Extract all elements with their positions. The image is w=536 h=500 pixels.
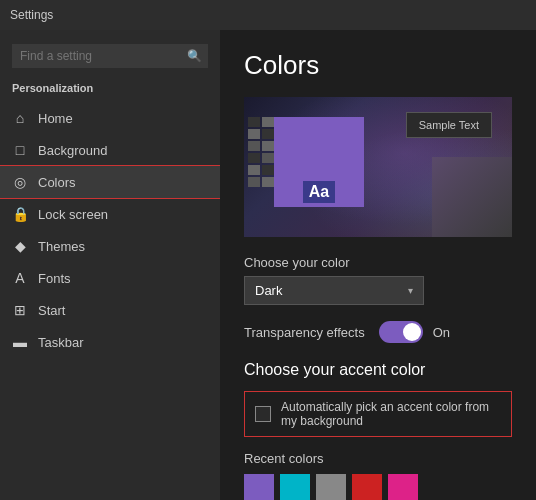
title-bar: Settings: [0, 0, 536, 30]
choose-color-section: Choose your color Dark ▾: [244, 255, 512, 305]
swatch-purple[interactable]: [244, 474, 274, 500]
taskbar-icon: ▬: [12, 334, 28, 350]
mini-cell: [248, 141, 260, 151]
transparency-toggle[interactable]: [379, 321, 423, 343]
sample-text-box: Sample Text: [406, 112, 492, 138]
sidebar-item-lockscreen-label: Lock screen: [38, 207, 108, 222]
background-icon: □: [12, 142, 28, 158]
fonts-icon: A: [12, 270, 28, 286]
color-dropdown-value: Dark: [255, 283, 282, 298]
theme-preview-area: Aa Sample Text: [244, 97, 512, 237]
auto-accent-label: Automatically pick an accent color from …: [281, 400, 501, 428]
search-input[interactable]: [12, 44, 208, 68]
mini-cell: [262, 165, 274, 175]
sidebar-item-colors[interactable]: ◎ Colors: [0, 166, 220, 198]
recent-colors-label: Recent colors: [244, 451, 512, 466]
page-title: Colors: [244, 50, 512, 81]
sidebar-item-fonts-label: Fonts: [38, 271, 71, 286]
home-icon: ⌂: [12, 110, 28, 126]
sidebar-item-themes[interactable]: ◆ Themes: [0, 230, 220, 262]
mini-cell: [248, 129, 260, 139]
transparency-section: Transparency effects On: [244, 321, 512, 343]
swatch-cyan[interactable]: [280, 474, 310, 500]
mini-cell: [262, 117, 274, 127]
auto-accent-checkbox[interactable]: [255, 406, 271, 422]
mini-cell: [248, 165, 260, 175]
mini-cell: [262, 177, 274, 187]
toggle-knob: [403, 323, 421, 341]
sidebar-item-taskbar-label: Taskbar: [38, 335, 84, 350]
choose-color-label: Choose your color: [244, 255, 512, 270]
swatch-pink[interactable]: [388, 474, 418, 500]
sidebar-item-fonts[interactable]: A Fonts: [0, 262, 220, 294]
start-icon: ⊞: [12, 302, 28, 318]
sample-text-label: Sample Text: [419, 119, 479, 131]
accent-section-title: Choose your accent color: [244, 361, 512, 379]
sidebar-item-lockscreen[interactable]: 🔒 Lock screen: [0, 198, 220, 230]
sidebar-item-colors-label: Colors: [38, 175, 76, 190]
transparency-toggle-label: On: [433, 325, 450, 340]
transparency-label: Transparency effects: [244, 325, 365, 340]
chevron-down-icon: ▾: [408, 285, 413, 296]
main-content: Colors: [220, 30, 536, 500]
themes-icon: ◆: [12, 238, 28, 254]
swatch-gray[interactable]: [316, 474, 346, 500]
sidebar-item-themes-label: Themes: [38, 239, 85, 254]
theme-preview-square: Aa: [274, 117, 364, 207]
lock-icon: 🔒: [12, 206, 28, 222]
search-box[interactable]: 🔍: [12, 44, 208, 68]
sidebar-item-background[interactable]: □ Background: [0, 134, 220, 166]
sidebar: 🔍 Personalization ⌂ Home □ Background ◎ …: [0, 30, 220, 500]
mini-cell: [262, 153, 274, 163]
title-bar-label: Settings: [10, 8, 53, 22]
sidebar-item-home-label: Home: [38, 111, 73, 126]
sidebar-item-start[interactable]: ⊞ Start: [0, 294, 220, 326]
auto-accent-checkbox-row[interactable]: Automatically pick an accent color from …: [244, 391, 512, 437]
color-dropdown[interactable]: Dark ▾: [244, 276, 424, 305]
cat-image-area: [432, 157, 512, 237]
mini-cell: [262, 141, 274, 151]
aa-label: Aa: [303, 181, 335, 203]
mini-cell: [248, 177, 260, 187]
personalization-section-label: Personalization: [0, 78, 220, 102]
sidebar-item-background-label: Background: [38, 143, 107, 158]
mini-cell: [248, 117, 260, 127]
mini-cell: [262, 129, 274, 139]
mini-grid: [248, 117, 274, 187]
swatch-red[interactable]: [352, 474, 382, 500]
colors-icon: ◎: [12, 174, 28, 190]
recent-color-swatches: [244, 474, 512, 500]
sidebar-item-taskbar[interactable]: ▬ Taskbar: [0, 326, 220, 358]
mini-cell: [248, 153, 260, 163]
sidebar-item-start-label: Start: [38, 303, 65, 318]
search-icon: 🔍: [187, 49, 202, 63]
sidebar-item-home[interactable]: ⌂ Home: [0, 102, 220, 134]
preview-background: Aa Sample Text: [244, 97, 512, 237]
